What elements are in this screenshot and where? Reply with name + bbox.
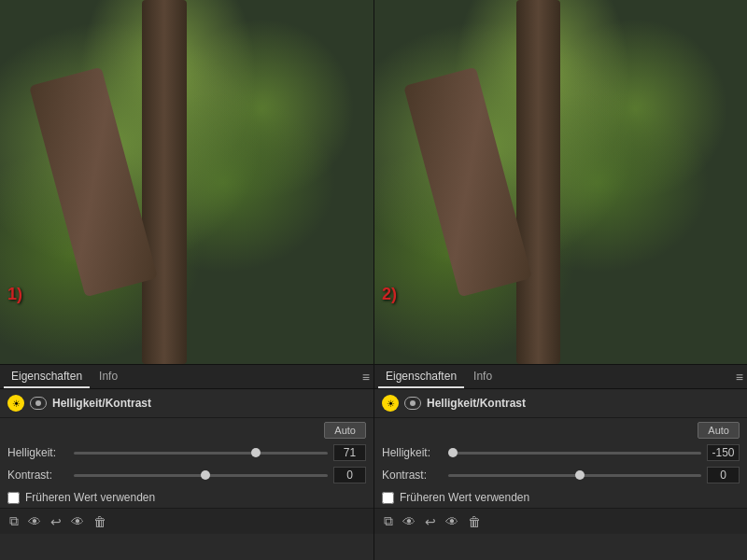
photo-bg-left xyxy=(0,0,374,364)
step-number-left: 1) xyxy=(7,285,22,303)
panel-right: Eigenschaften Info ≡ ☀ Helligkeit/Kontra… xyxy=(374,0,747,560)
photo-bg-right xyxy=(374,0,747,364)
bottom-toolbar-right: ⧉ 👁 ↩ 👁 🗑 xyxy=(374,508,747,534)
undo-icon-left[interactable]: ↩ xyxy=(49,512,63,531)
brightness-contrast-icon-left: ☀ xyxy=(7,395,24,412)
layer-title-right: Helligkeit/Kontrast xyxy=(427,397,740,410)
contrast-track-left xyxy=(74,474,328,477)
brightness-label-left: Helligkeit: xyxy=(7,446,68,459)
contrast-row-right: Kontrast: xyxy=(374,465,747,487)
eye-icon-left[interactable]: 👁 xyxy=(26,512,43,531)
trash-icon-left[interactable]: 🗑 xyxy=(92,512,108,531)
brightness-slider-right[interactable] xyxy=(448,445,701,460)
layer-visibility-left[interactable] xyxy=(30,397,47,410)
brightness-thumb-left[interactable] xyxy=(251,448,261,457)
brightness-value-left[interactable] xyxy=(333,444,366,461)
brightness-slider-left[interactable] xyxy=(74,445,328,460)
contrast-thumb-left[interactable] xyxy=(201,470,210,480)
auto-row-right: Auto xyxy=(374,418,747,442)
panel-left: Eigenschaften Info ≡ ☀ Helligkeit/Kontra… xyxy=(0,0,374,560)
brightness-track-left xyxy=(74,452,328,455)
contrast-value-left[interactable] xyxy=(333,467,366,483)
clip-icon-right[interactable]: ⧉ xyxy=(382,511,395,531)
contrast-label-left: Kontrast: xyxy=(7,469,68,482)
tabs-menu-icon-left[interactable]: ≡ xyxy=(362,370,370,385)
properties-panel-right: Eigenschaften Info ≡ ☀ Helligkeit/Kontra… xyxy=(374,364,747,560)
brightness-contrast-icon-right: ☀ xyxy=(382,395,399,412)
earlier-value-checkbox-left[interactable] xyxy=(7,492,20,504)
auto-row-left: Auto xyxy=(0,418,374,442)
checkbox-row-right: Früheren Wert verwenden xyxy=(374,487,747,508)
properties-panel-left: Eigenschaften Info ≡ ☀ Helligkeit/Kontra… xyxy=(0,364,374,560)
tab-info-left[interactable]: Info xyxy=(92,366,125,388)
step-number-right: 2) xyxy=(382,285,397,303)
layer-header-right: ☀ Helligkeit/Kontrast xyxy=(374,389,747,418)
checkbox-label-right: Früheren Wert verwenden xyxy=(400,491,529,504)
contrast-row-left: Kontrast: xyxy=(0,465,374,487)
contrast-thumb-right[interactable] xyxy=(575,470,585,480)
tabs-row-right: Eigenschaften Info ≡ xyxy=(374,365,747,389)
contrast-value-right[interactable] xyxy=(707,467,740,483)
eye-icon-right[interactable]: 👁 xyxy=(401,512,417,531)
tabs-menu-icon-right[interactable]: ≡ xyxy=(736,370,743,385)
clip-icon-left[interactable]: ⧉ xyxy=(7,511,21,531)
checkbox-label-left: Früheren Wert verwenden xyxy=(25,491,155,504)
layer-visibility-right[interactable] xyxy=(404,397,421,410)
eye2-icon-left[interactable]: 👁 xyxy=(69,512,86,531)
undo-icon-right[interactable]: ↩ xyxy=(423,512,438,531)
trash-icon-right[interactable]: 🗑 xyxy=(466,512,483,531)
bottom-toolbar-left: ⧉ 👁 ↩ 👁 🗑 xyxy=(0,508,374,534)
brightness-value-right[interactable] xyxy=(707,444,740,461)
tab-eigenschaften-left[interactable]: Eigenschaften xyxy=(4,366,90,388)
tab-eigenschaften-right[interactable]: Eigenschaften xyxy=(378,366,464,388)
checkbox-row-left: Früheren Wert verwenden xyxy=(0,487,374,508)
brightness-row-right: Helligkeit: xyxy=(374,442,747,465)
layer-title-left: Helligkeit/Kontrast xyxy=(52,397,366,410)
auto-button-left[interactable]: Auto xyxy=(324,422,366,439)
earlier-value-checkbox-right[interactable] xyxy=(382,492,394,504)
contrast-track-right xyxy=(448,474,701,477)
photo-left xyxy=(0,0,374,364)
contrast-slider-right[interactable] xyxy=(448,468,701,483)
contrast-slider-left[interactable] xyxy=(74,468,328,483)
photo-right xyxy=(374,0,747,364)
tabs-row-left: Eigenschaften Info ≡ xyxy=(0,365,374,389)
contrast-label-right: Kontrast: xyxy=(382,469,443,482)
brightness-label-right: Helligkeit: xyxy=(382,446,443,459)
tab-info-right[interactable]: Info xyxy=(466,366,500,388)
auto-button-right[interactable]: Auto xyxy=(698,422,740,439)
layer-header-left: ☀ Helligkeit/Kontrast xyxy=(0,389,374,418)
brightness-row-left: Helligkeit: xyxy=(0,442,374,465)
eye2-icon-right[interactable]: 👁 xyxy=(444,512,460,531)
brightness-track-right xyxy=(448,452,701,455)
brightness-thumb-right[interactable] xyxy=(448,448,458,457)
